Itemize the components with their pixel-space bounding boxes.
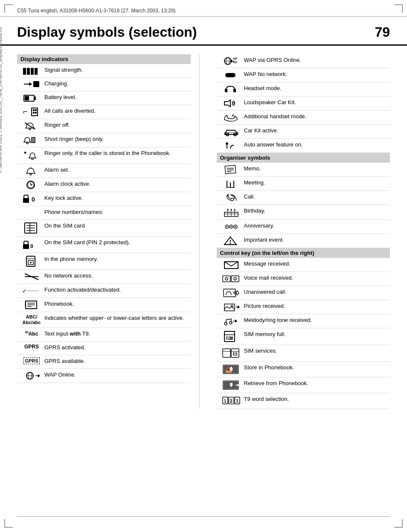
store-phonebook-row: 📥 Store in Phonebook.: [217, 362, 390, 377]
symbol-description: Additional handset mode.: [244, 113, 389, 120]
list-item: Additional handset mode.: [217, 111, 390, 125]
svg-rect-31: [24, 195, 28, 199]
title-area: Display symbols (selection) 79: [0, 17, 407, 46]
svg-rect-76: [225, 89, 227, 92]
list-item: Signal strength.: [17, 64, 191, 78]
corner-bl: [4, 519, 13, 528]
svg-rect-32: [23, 198, 29, 203]
symbol-icon: [218, 288, 244, 298]
corner-tr: [394, 4, 403, 13]
symbol-description: Message received.: [244, 260, 389, 268]
svg-rect-77: [233, 89, 236, 92]
symbol-icon: 0: [19, 194, 44, 204]
symbol-icon: 📥: [218, 364, 244, 375]
list-item: Headset mode.: [217, 82, 390, 96]
corner-tl: [4, 4, 13, 13]
symbol-description: Alarm clock active.: [44, 180, 189, 188]
list-item: GP RS WAP via GPRS Online.: [217, 54, 390, 68]
organiser-symbols-header: Organiser symbols: [217, 153, 390, 163]
svg-marker-122: [238, 305, 240, 309]
svg-text:✦: ✦: [23, 150, 27, 156]
left-column: Display indicators Signal strength.: [17, 54, 200, 409]
symbol-description: GPRS activated.: [44, 344, 189, 351]
list-item: Memo.: [217, 163, 390, 177]
svg-rect-1: [27, 68, 30, 75]
symbol-description: SIM services.: [244, 347, 389, 355]
list-item: Battery level.: [17, 91, 191, 105]
symbol-icon: [218, 302, 244, 312]
list-item: Short ringer (beep) only.: [17, 133, 191, 147]
symbol-icon: [19, 180, 44, 190]
list-item: Phonebook.: [17, 298, 191, 312]
list-item: Charging.: [17, 78, 191, 91]
symbol-description: SIM memory full.: [244, 330, 389, 338]
symbol-description: Phone numbers/names:: [44, 208, 189, 216]
control-key-header: Control key (on the left/on the right): [217, 248, 390, 258]
list-item: 0 Key lock active.: [17, 192, 191, 206]
svg-point-123: [224, 322, 227, 325]
svg-rect-40: [23, 244, 29, 249]
symbol-icon: [19, 222, 44, 234]
list-item: P SIM memory full.: [217, 328, 390, 345]
svg-marker-78: [224, 100, 230, 107]
list-item: mAbc Text input with T9.: [17, 328, 191, 342]
symbol-icon: [218, 179, 244, 188]
symbol-description: Loudspeaker Car Kit.: [244, 99, 389, 106]
page-number: 79: [375, 24, 390, 40]
header-text: C55 Tuna english, A31008-H5600-A1-3-7619…: [17, 8, 176, 14]
symbol-icon: ✓: [19, 286, 44, 295]
symbol-icon: ABC/Abc/abc: [19, 314, 44, 325]
svg-rect-6: [33, 81, 39, 87]
symbol-icon: 0: [19, 239, 44, 251]
symbol-icon: ⌐: [19, 107, 44, 117]
list-item: Loudspeaker Car Kit.: [217, 96, 390, 111]
symbol-description: Function activated/deactivated.: [44, 286, 189, 294]
svg-point-111: [230, 243, 231, 244]
svg-rect-12: [33, 109, 35, 111]
symbol-description: Text input with T9.: [44, 330, 189, 338]
list-item: WAP Online.: [17, 369, 191, 383]
symbol-icon: P: [218, 347, 244, 359]
list-item: Auto answer feature on.: [217, 139, 390, 153]
symbol-description: Important event.: [244, 236, 389, 244]
symbol-icon: [19, 66, 44, 75]
page-title: Display symbols (selection): [17, 24, 197, 40]
svg-point-45: [30, 262, 32, 263]
symbol-description: In the phone memory.: [44, 255, 189, 263]
symbol-description: Picture received.: [244, 302, 389, 310]
svg-rect-75: [225, 73, 235, 77]
symbol-icon: [218, 85, 244, 94]
list-item: P SIM services.: [217, 345, 390, 362]
symbol-icon: [218, 193, 244, 202]
svg-text:P: P: [227, 336, 230, 341]
list-item: Birthday.: [217, 205, 390, 220]
svg-rect-145: [230, 383, 233, 385]
symbol-description: Ringer only, if the caller is stored in …: [44, 149, 189, 157]
symbol-icon: [218, 99, 244, 108]
display-indicators-header: Display indicators: [17, 54, 191, 64]
symbol-description: Auto answer feature on.: [244, 141, 389, 149]
symbol-icon: [218, 113, 244, 122]
symbol-description: Charging.: [44, 80, 189, 88]
svg-rect-9: [25, 96, 29, 100]
symbol-icon: ✦: [19, 149, 44, 161]
symbol-description: WAP Online.: [44, 371, 189, 379]
svg-text:GP: GP: [233, 57, 237, 60]
list-item: Ringer off.: [17, 119, 191, 133]
header: C55 Tuna english, A31008-H5600-A1-3-7619…: [0, 0, 407, 17]
svg-rect-15: [35, 112, 37, 114]
list-item: Meeting.: [217, 177, 390, 191]
symbol-icon: [19, 166, 44, 175]
retrieve-phonebook-row: Retrieve from Phonebook.: [217, 377, 390, 393]
symbol-icon: [19, 94, 44, 102]
svg-rect-2: [31, 68, 34, 75]
symbol-description: No network access.: [44, 272, 189, 280]
symbol-icon: [218, 260, 244, 269]
symbol-icon: 1 2 3: [218, 395, 244, 406]
svg-point-24: [32, 158, 33, 160]
svg-marker-100: [227, 209, 229, 210]
svg-point-120: [231, 305, 233, 307]
symbol-description: Ringer off.: [44, 121, 189, 129]
symbol-description: WAP via GPRS Online.: [244, 56, 389, 64]
svg-marker-126: [235, 319, 237, 323]
